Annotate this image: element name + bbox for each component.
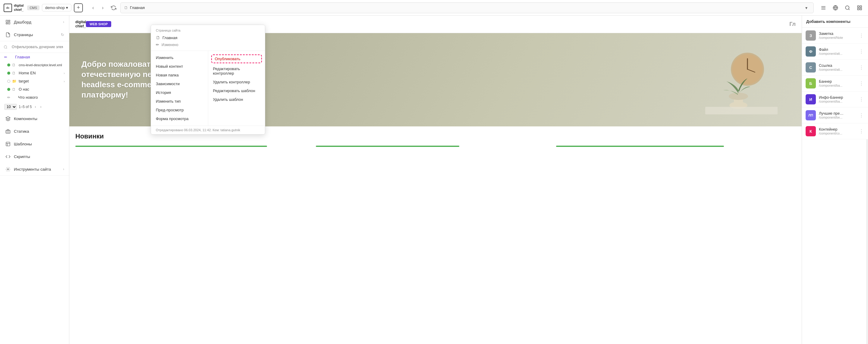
sidebar-item-pages-label: Страницы	[14, 33, 58, 37]
logo-area: dc digital chief_	[4, 4, 24, 12]
tree-item-target[interactable]: 📁 target ›	[0, 77, 69, 85]
context-menu-item-new-content[interactable]: Новый контент	[151, 62, 208, 71]
sidebar-item-templates[interactable]: Шаблоны	[0, 138, 69, 150]
svg-point-15	[4, 45, 7, 48]
back-button[interactable]: ‹	[89, 4, 97, 12]
refresh-button[interactable]	[110, 4, 118, 12]
left-sidebar: Дашборд › Страницы ↻ ✏ Главная	[0, 15, 69, 344]
component-item-file[interactable]: Ф Файл /component/att... ⋮	[802, 44, 868, 60]
context-menu-item-new-folder[interactable]: Новая папка	[151, 71, 208, 79]
component-path-file: /component/att...	[819, 52, 855, 56]
chevron-right-icon-tools: ›	[63, 167, 64, 171]
sidebar-item-static[interactable]: Статика	[0, 125, 69, 138]
refresh-small-icon[interactable]: ↻	[61, 33, 64, 37]
svg-rect-13	[8, 22, 10, 24]
dashboard-icon	[5, 19, 11, 25]
context-menu-item-history[interactable]: История	[151, 88, 208, 97]
sidebar-item-static-label: Статика	[14, 129, 64, 134]
context-menu-item-edit-controller[interactable]: Редактировать контроллер	[208, 64, 265, 78]
url-bar[interactable]: 🗋 Главная ▾	[120, 2, 814, 13]
context-menu-item-view-form[interactable]: Форма просмотра	[151, 114, 208, 123]
tree-item-chto-novogo[interactable]: ✏ Что нового	[0, 93, 69, 101]
tree-item-glavnaya[interactable]: ✏ Главная	[0, 53, 69, 61]
component-item-note[interactable]: З Заметка /component/Note ⋮	[802, 28, 868, 44]
pagination-prev-button[interactable]: ‹	[33, 104, 37, 109]
per-page-select[interactable]: 10 25 50	[4, 104, 17, 110]
tree-item-o-nas[interactable]: 🗋 О нас	[0, 85, 69, 93]
context-menu-footer: Отредактировано 06.03.2024, 11:42. Кем: …	[151, 126, 265, 134]
globe-icon[interactable]	[831, 3, 840, 13]
component-avatar-file: Ф	[806, 46, 816, 57]
add-page-button[interactable]: +	[74, 3, 83, 12]
component-more-note[interactable]: ⋮	[858, 33, 864, 38]
shop-selector[interactable]: demo-shop ▾	[42, 4, 71, 11]
component-item-info-banner[interactable]: И Инфо-Баннер /component/ba... ⋮	[802, 92, 868, 107]
templates-icon	[5, 141, 11, 147]
pages-icon	[5, 32, 11, 38]
page-icon-3: 🗋	[12, 87, 17, 92]
pagination-next-button[interactable]: ›	[39, 104, 42, 109]
component-more-file[interactable]: ⋮	[858, 49, 864, 55]
component-name-container: Контейнер	[819, 127, 855, 132]
menu-icon[interactable]	[818, 3, 828, 13]
context-menu-item-dependencies[interactable]: Зависимости	[151, 79, 208, 88]
tree-label-chto-novogo: Что нового	[18, 95, 65, 100]
context-menu-item-edit[interactable]: Изменить	[151, 53, 208, 62]
search-icon[interactable]	[843, 3, 852, 13]
sidebar-item-tools[interactable]: Инструменты сайта ›	[0, 163, 69, 175]
filter-input[interactable]	[9, 44, 65, 50]
tree-label-glavnaya: Главная	[15, 55, 65, 59]
tree-item-cms-level[interactable]: 🗋 cms-level-descriptor.level.xml	[0, 61, 69, 69]
component-more-info-banner[interactable]: ⋮	[858, 97, 864, 102]
context-menu-item-preview[interactable]: Пред-просмотр	[151, 106, 208, 114]
folder-icon: 📁	[12, 79, 17, 83]
forward-button[interactable]: ›	[98, 4, 107, 12]
svg-rect-19	[6, 142, 10, 146]
tools-icon	[5, 166, 11, 172]
context-menu-item-delete-template[interactable]: Удалить шаблон	[208, 95, 265, 104]
context-menu-item-delete-controller[interactable]: Удалить контроллер	[208, 78, 265, 87]
grid-icon[interactable]	[855, 3, 864, 13]
component-item-link[interactable]: С Ссылка /component/att... ⋮	[802, 60, 868, 75]
sidebar-item-pages[interactable]: Страницы ↻	[0, 28, 69, 41]
sidebar-item-scripts[interactable]: Скрипты	[0, 150, 69, 163]
component-path-link: /component/att...	[819, 68, 855, 71]
component-path-note: /component/Note	[819, 36, 855, 39]
component-more-banner[interactable]: ⋮	[858, 81, 864, 87]
sidebar-item-dashboard-label: Дашборд	[14, 20, 60, 24]
chevron-right-icon: ›	[63, 20, 64, 24]
context-page-status: Изменено	[161, 43, 179, 47]
url-dropdown-button[interactable]: ▾	[803, 4, 810, 11]
component-item-container[interactable]: К Контейнер /component/co... ⋮	[802, 124, 868, 139]
component-more-link[interactable]: ⋮	[858, 65, 864, 70]
svg-marker-17	[6, 116, 10, 118]
context-menu-right-col: Опубликовать Редактировать контроллер Уд…	[208, 51, 265, 126]
svg-rect-12	[8, 20, 10, 21]
component-item-best-products[interactable]: ЛП Лучшие пре… /component/be... ⋮	[802, 107, 868, 124]
components-icon	[5, 115, 11, 122]
status-dot-green-3	[7, 88, 10, 91]
status-dot-gray	[7, 80, 10, 83]
sidebar-nav-section: Дашборд › Страницы ↻	[0, 15, 69, 41]
context-menu-item-change-type[interactable]: Изменить тип	[151, 97, 208, 106]
edited-info-text: Отредактировано 06.03.2024, 11:42. Кем: …	[156, 128, 240, 132]
sidebar-item-tools-label: Инструменты сайта	[14, 167, 60, 172]
component-name-best-products: Лучшие пре…	[819, 111, 855, 115]
page-file-icon: 🗋	[156, 35, 160, 40]
sidebar-bottom-nav: Компоненты Статика Шаблоны Скрипты	[0, 112, 69, 176]
pagination-range: 1–5 of 5	[19, 105, 32, 109]
component-avatar-banner: Б	[806, 78, 816, 89]
scrollbar[interactable]	[866, 139, 868, 344]
context-menu-body: Изменить Новый контент Новая папка Завис…	[151, 51, 265, 126]
component-name-banner: Баннер	[819, 79, 855, 84]
context-menu-item-edit-template[interactable]: Редактировать шаблон	[208, 87, 265, 95]
component-item-banner[interactable]: Б Баннер /component/ba... ⋮	[802, 75, 868, 92]
sidebar-item-components[interactable]: Компоненты	[0, 112, 69, 125]
tree-item-home-en[interactable]: 🗋 Home EN ›	[0, 69, 69, 77]
component-more-container[interactable]: ⋮	[858, 129, 864, 134]
sidebar-item-dashboard[interactable]: Дашборд ›	[0, 15, 69, 28]
context-menu-left-col: Изменить Новый контент Новая папка Завис…	[151, 51, 208, 126]
component-more-best-products[interactable]: ⋮	[858, 112, 864, 118]
context-menu-item-publish[interactable]: Опубликовать	[211, 55, 262, 63]
sidebar-item-templates-label: Шаблоны	[14, 142, 64, 146]
